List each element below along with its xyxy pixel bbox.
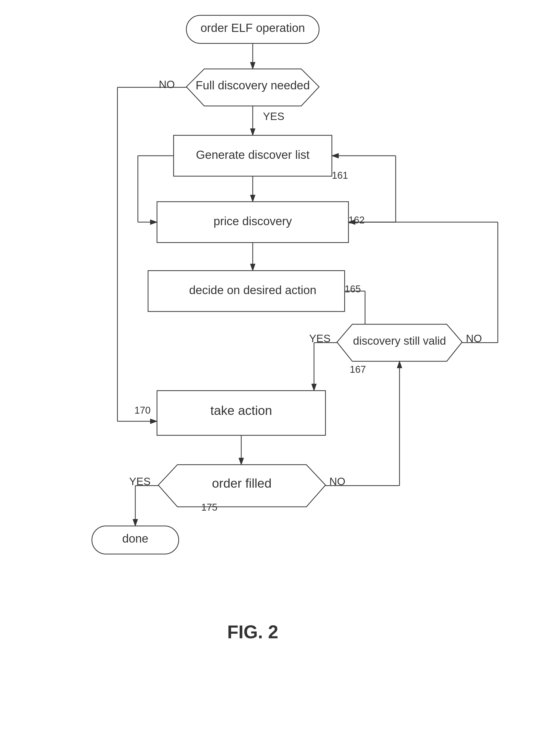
label-generate-list: Generate discover list — [196, 148, 310, 161]
label-order-filled: order filled — [212, 476, 271, 490]
label-full-discovery: Full discovery needed — [196, 79, 310, 92]
flowchart-container: order ELF operation Full discovery neede… — [0, 0, 544, 756]
label-take-action: take action — [210, 403, 272, 418]
ref-175: 175 — [201, 502, 217, 513]
ref-161: 161 — [332, 170, 348, 181]
label-decide-action: decide on desired action — [189, 283, 317, 297]
label-price-discovery: price discovery — [214, 214, 292, 228]
label-yes-full-discovery: YES — [263, 110, 284, 122]
figure-label: FIG. 2 — [227, 622, 278, 642]
label-order-elf: order ELF operation — [200, 21, 305, 34]
ref-170: 170 — [135, 405, 151, 416]
label-no-full-discovery: NO — [159, 78, 175, 90]
label-discovery-valid: discovery still valid — [353, 334, 446, 347]
label-done: done — [122, 532, 148, 545]
ref-165: 165 — [345, 284, 361, 294]
ref-162: 162 — [348, 215, 365, 225]
ref-167: 167 — [350, 364, 366, 375]
